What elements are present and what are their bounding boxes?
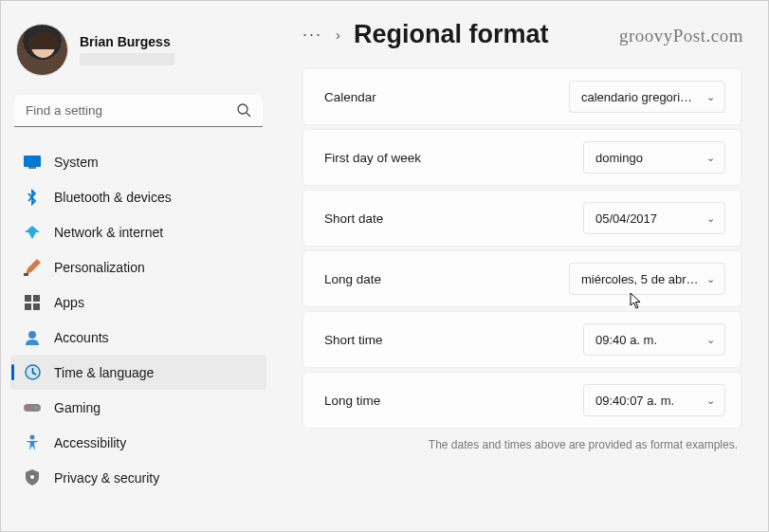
chevron-down-icon: ⌄ [706, 91, 715, 103]
svg-point-13 [35, 406, 38, 409]
svg-point-14 [30, 434, 35, 439]
svg-rect-5 [25, 295, 31, 302]
sidebar-item-personalization[interactable]: Personalization [10, 249, 266, 284]
system-icon [24, 154, 41, 171]
nav-label: Personalization [54, 260, 145, 275]
svg-rect-6 [33, 295, 40, 302]
calendar-dropdown[interactable]: calendario gregoriano ⌄ [569, 81, 725, 113]
svg-point-9 [28, 331, 36, 339]
user-profile[interactable]: Brian Burgess [10, 18, 266, 89]
setting-label: Long time [324, 394, 380, 408]
nav-label: Network & internet [54, 225, 163, 240]
short-time-dropdown[interactable]: 09:40 a. m. ⌄ [583, 323, 725, 356]
svg-point-15 [30, 475, 34, 479]
dropdown-value: miércoles, 5 de abril d [581, 272, 699, 286]
svg-line-1 [247, 113, 250, 117]
setting-row-first-day: First day of week domingo ⌄ [302, 129, 742, 186]
sidebar-item-accounts[interactable]: Accounts [10, 320, 266, 355]
chevron-down-icon: ⌄ [706, 334, 715, 346]
sidebar-item-time-language[interactable]: Time & language [10, 355, 266, 390]
long-date-dropdown[interactable]: miércoles, 5 de abril d ⌄ [569, 263, 725, 295]
footnote: The dates and times above are provided a… [302, 432, 742, 451]
setting-row-calendar: Calendar calendario gregoriano ⌄ [302, 68, 742, 125]
chevron-down-icon: ⌄ [706, 152, 715, 164]
sidebar-item-accessibility[interactable]: Accessibility [10, 425, 266, 460]
chevron-down-icon: ⌄ [706, 212, 715, 225]
search-icon [236, 102, 251, 118]
setting-label: Short date [324, 211, 383, 226]
network-icon [24, 224, 41, 241]
nav-label: Bluetooth & devices [54, 190, 172, 205]
svg-rect-4 [24, 273, 28, 276]
gaming-icon [24, 399, 41, 416]
bluetooth-icon [24, 189, 41, 206]
svg-rect-11 [24, 404, 41, 412]
svg-point-12 [27, 406, 30, 409]
nav-list: System Bluetooth & devices Network & int… [10, 144, 266, 495]
user-name: Brian Burgess [80, 34, 174, 49]
svg-rect-3 [28, 167, 36, 169]
setting-row-long-date: Long date miércoles, 5 de abril d ⌄ [302, 250, 742, 307]
dropdown-value: 05/04/2017 [595, 211, 657, 226]
nav-label: Time & language [54, 365, 154, 380]
dropdown-value: 09:40:07 a. m. [595, 394, 674, 408]
short-date-dropdown[interactable]: 05/04/2017 ⌄ [583, 202, 725, 234]
svg-rect-8 [33, 303, 40, 310]
dropdown-value: domingo [595, 151, 643, 165]
nav-label: Gaming [54, 400, 101, 415]
svg-point-0 [238, 104, 247, 114]
long-time-dropdown[interactable]: 09:40:07 a. m. ⌄ [583, 384, 725, 416]
sidebar-item-apps[interactable]: Apps [10, 284, 266, 320]
setting-label: Long date [324, 272, 381, 286]
sidebar-item-bluetooth[interactable]: Bluetooth & devices [10, 179, 266, 214]
first-day-dropdown[interactable]: domingo ⌄ [583, 141, 725, 174]
nav-label: System [54, 155, 99, 170]
accessibility-icon [24, 434, 41, 451]
svg-rect-7 [25, 303, 31, 310]
user-email-redacted [80, 53, 174, 65]
time-icon [24, 364, 41, 381]
search-input[interactable] [14, 95, 263, 127]
personalization-icon [24, 259, 41, 276]
page-title: Regional format [354, 20, 549, 49]
sidebar-item-privacy[interactable]: Privacy & security [10, 460, 266, 495]
setting-row-short-time: Short time 09:40 a. m. ⌄ [302, 311, 742, 368]
avatar [16, 24, 68, 76]
accounts-icon [24, 329, 41, 346]
sidebar-item-gaming[interactable]: Gaming [10, 390, 266, 425]
watermark: groovyPost.com [619, 26, 743, 46]
chevron-down-icon: ⌄ [706, 394, 715, 407]
setting-label: Short time [324, 333, 383, 347]
chevron-right-icon: › [336, 27, 340, 43]
dropdown-value: calendario gregoriano [581, 90, 699, 104]
main-content: groovyPost.com ··· › Regional format Cal… [276, 1, 768, 531]
setting-label: First day of week [324, 151, 421, 165]
sidebar-item-system[interactable]: System [10, 144, 266, 179]
breadcrumb-more-icon[interactable]: ··· [302, 25, 322, 45]
setting-row-long-time: Long time 09:40:07 a. m. ⌄ [302, 372, 742, 429]
nav-label: Apps [54, 295, 84, 310]
apps-icon [24, 294, 41, 311]
nav-label: Accounts [54, 330, 109, 345]
search-box[interactable] [14, 95, 263, 127]
svg-rect-2 [24, 156, 41, 167]
nav-label: Accessibility [54, 435, 126, 450]
sidebar-item-network[interactable]: Network & internet [10, 214, 266, 249]
setting-row-short-date: Short date 05/04/2017 ⌄ [302, 190, 742, 247]
nav-label: Privacy & security [54, 470, 159, 486]
setting-label: Calendar [324, 90, 376, 104]
dropdown-value: 09:40 a. m. [595, 333, 657, 347]
privacy-icon [24, 469, 41, 486]
chevron-down-icon: ⌄ [706, 273, 715, 285]
sidebar: Brian Burgess System Bluetooth & devices… [1, 1, 276, 531]
